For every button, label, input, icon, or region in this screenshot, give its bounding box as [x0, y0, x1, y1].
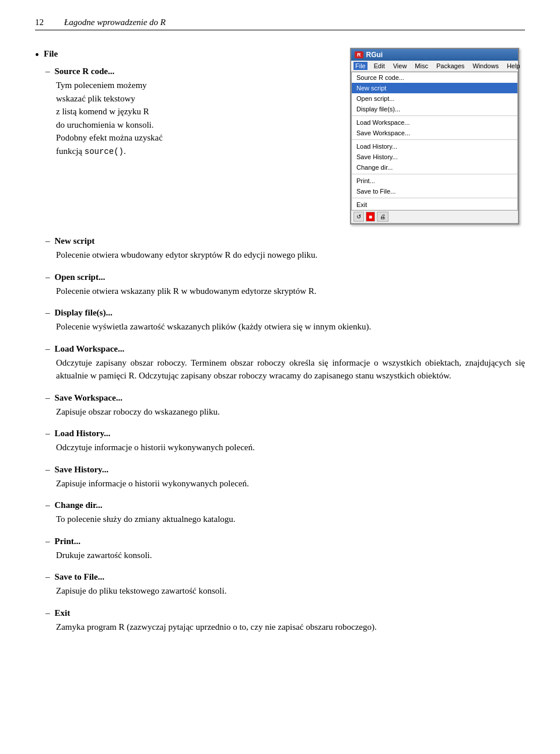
rgui-window: R RGui File Edit View Misc Packages Wind…	[350, 48, 519, 225]
dash-display-files: –	[46, 307, 50, 319]
item-change-dir-body: To polecenie służy do zmiany aktualnego …	[56, 513, 525, 526]
dash-icon: –	[46, 65, 50, 78]
item-load-history: – Load History... Odczytuje informacje o…	[46, 427, 525, 454]
rgui-r-icon: R	[355, 51, 363, 58]
rgui-menu-item-save-history[interactable]: Save History...	[352, 152, 517, 162]
dash-open-script: –	[46, 271, 50, 283]
item-save-history-title: Save History...	[55, 464, 109, 476]
two-column-layout: • File – Source R code... Tym poleceniem…	[35, 48, 525, 225]
rgui-menu-packages[interactable]: Packages	[435, 62, 466, 70]
item-display-files: – Display file(s)... Polecenie wyświetla…	[46, 307, 525, 334]
page: 12 Łagodne wprowadzenie do R • File – So…	[0, 0, 560, 754]
rgui-menubar: File Edit View Misc Packages Windows Hel…	[351, 61, 518, 72]
rgui-menu-windows[interactable]: Windows	[471, 62, 501, 70]
item-load-workspace-title: Load Workspace...	[55, 343, 125, 355]
item-load-workspace-body: Odczytuje zapisany obszar roboczy. Termi…	[56, 356, 525, 383]
source-r-code-body: Tym poleceniem możemy wskazać plik tekst…	[56, 79, 336, 158]
rgui-title: RGui	[366, 51, 383, 59]
item-new-script: – New script Polecenie otwiera wbudowany…	[46, 235, 525, 262]
bullet-file: • File	[35, 48, 336, 62]
item-open-script: – Open script... Polecenie otwiera wskaz…	[46, 271, 525, 298]
item-exit-body: Zamyka program R (zazwyczaj pytając uprz…	[56, 620, 525, 634]
dash-exit: –	[46, 607, 50, 619]
main-content: – New script Polecenie otwiera wbudowany…	[46, 235, 525, 633]
rgui-menu-edit[interactable]: Edit	[372, 62, 387, 70]
item-save-to-file: – Save to File... Zapisuje do pliku teks…	[46, 571, 525, 598]
item-save-to-file-header: – Save to File...	[46, 571, 525, 583]
item-new-script-header: – New script	[46, 235, 525, 247]
item-load-history-body: Odczytuje informacje o historii wykonywa…	[56, 441, 525, 454]
item-exit-header: – Exit	[46, 607, 525, 619]
item-change-dir: – Change dir... To polecenie służy do zm…	[46, 499, 525, 526]
rgui-menu-item-exit[interactable]: Exit	[352, 199, 517, 210]
dash-change-dir: –	[46, 499, 50, 511]
item-load-history-header: – Load History...	[46, 427, 525, 440]
rgui-separator-1	[352, 115, 517, 116]
item-print-body: Drukuje zawartość konsoli.	[56, 549, 525, 562]
rgui-file-menu-dropdown: Source R code... New script Open script.…	[351, 72, 518, 211]
item-print-header: – Print...	[46, 535, 525, 548]
left-column: • File – Source R code... Tym poleceniem…	[35, 48, 336, 225]
source-r-code-section: – Source R code... Tym poleceniem możemy…	[46, 65, 336, 158]
item-new-script-body: Polecenie otwiera wbudowany edytor skryp…	[56, 248, 525, 262]
source-r-code-title: Source R code...	[55, 65, 115, 78]
item-save-workspace-header: – Save Workspace...	[46, 392, 525, 404]
dash-print: –	[46, 535, 50, 548]
page-header: 12 Łagodne wprowadzenie do R	[35, 17, 525, 30]
rgui-menu-item-save-workspace[interactable]: Save Workspace...	[352, 128, 517, 138]
rgui-menu-item-display-files[interactable]: Display file(s)...	[352, 104, 517, 114]
rgui-separator-3	[352, 174, 517, 174]
rgui-toolbar-btn-1[interactable]: ↺	[354, 212, 364, 222]
item-save-workspace: – Save Workspace... Zapisuje obszar robo…	[46, 392, 525, 419]
item-change-dir-title: Change dir...	[55, 499, 103, 511]
item-open-script-title: Open script...	[55, 271, 106, 283]
rgui-menu-item-load-workspace[interactable]: Load Workspace...	[352, 117, 517, 128]
page-number: 12	[35, 17, 52, 27]
dash-load-workspace: –	[46, 343, 50, 355]
item-save-history: – Save History... Zapisuje informacje o …	[46, 464, 525, 490]
item-new-script-title: New script	[55, 235, 95, 247]
dash-save-history: –	[46, 464, 50, 476]
item-open-script-header: – Open script...	[46, 271, 525, 283]
rgui-menu-misc[interactable]: Misc	[413, 62, 430, 70]
rgui-toolbar: ↺ ■ 🖨	[351, 211, 518, 223]
item-exit-title: Exit	[55, 607, 71, 619]
dash-new-script: –	[46, 235, 50, 247]
item-load-workspace: – Load Workspace... Odczytuje zapisany o…	[46, 343, 525, 383]
item-load-history-title: Load History...	[55, 427, 111, 440]
rgui-menu-view[interactable]: View	[391, 62, 409, 70]
source-code-inline: source()	[85, 147, 124, 156]
item-save-workspace-title: Save Workspace...	[55, 392, 123, 404]
source-r-code-header: – Source R code...	[46, 65, 336, 78]
bullet-dot: •	[35, 48, 39, 62]
item-load-workspace-header: – Load Workspace...	[46, 343, 525, 355]
item-display-files-header: – Display file(s)...	[46, 307, 525, 319]
rgui-separator-2	[352, 139, 517, 140]
rgui-menu-item-load-history[interactable]: Load History...	[352, 141, 517, 152]
item-print: – Print... Drukuje zawartość konsoli.	[46, 535, 525, 562]
rgui-menu-item-open-script[interactable]: Open script...	[352, 93, 517, 104]
rgui-menu-item-change-dir[interactable]: Change dir...	[352, 162, 517, 173]
rgui-menu-item-new-script[interactable]: New script	[352, 83, 517, 93]
item-exit: – Exit Zamyka program R (zazwyczaj pytaj…	[46, 607, 525, 634]
page-title: Łagodne wprowadzenie do R	[64, 17, 166, 27]
rgui-menu-item-print[interactable]: Print...	[352, 176, 517, 186]
bullet-label: File	[44, 48, 58, 60]
rgui-toolbar-btn-3[interactable]: 🖨	[377, 212, 388, 222]
item-save-history-header: – Save History...	[46, 464, 525, 476]
rgui-menu-item-save-to-file[interactable]: Save to File...	[352, 186, 517, 197]
item-save-to-file-body: Zapisuje do pliku tekstowego zawartość k…	[56, 584, 525, 598]
item-save-workspace-body: Zapisuje obszar roboczy do wskazanego pl…	[56, 405, 525, 419]
item-open-script-body: Polecenie otwiera wskazany plik R w wbud…	[56, 285, 525, 298]
dash-load-history: –	[46, 427, 50, 440]
rgui-menu-help[interactable]: Help	[505, 62, 522, 70]
item-print-title: Print...	[55, 535, 81, 548]
rgui-titlebar: R RGui	[351, 49, 518, 61]
rgui-menu-file[interactable]: File	[354, 62, 368, 70]
rgui-screenshot: R RGui File Edit View Misc Packages Wind…	[350, 48, 525, 225]
rgui-menu-item-source-r-code[interactable]: Source R code...	[352, 72, 517, 83]
dash-save-to-file: –	[46, 571, 50, 583]
rgui-toolbar-btn-2[interactable]: ■	[366, 212, 375, 222]
rgui-separator-4	[352, 198, 517, 198]
item-save-to-file-title: Save to File...	[55, 571, 104, 583]
